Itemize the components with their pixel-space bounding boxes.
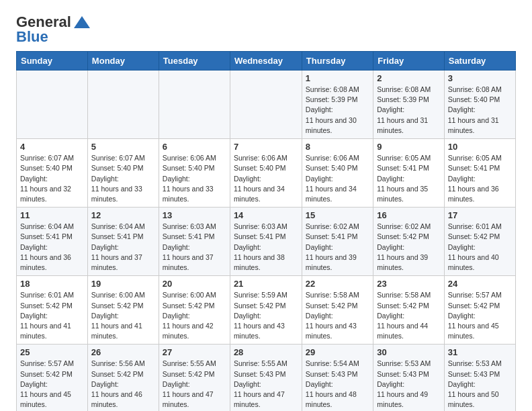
cell-content: Sunrise: 6:08 AMSunset: 5:39 PMDaylight:…	[377, 85, 441, 136]
calendar-cell: 19Sunrise: 6:00 AMSunset: 5:42 PMDayligh…	[87, 276, 159, 345]
week-row-5: 25Sunrise: 5:57 AMSunset: 5:42 PMDayligh…	[17, 345, 516, 411]
day-number: 20	[163, 279, 226, 289]
day-number: 4	[20, 142, 84, 152]
cell-content: Sunrise: 6:07 AMSunset: 5:40 PMDaylight:…	[91, 153, 155, 204]
day-number: 5	[91, 142, 155, 152]
cell-content: Sunrise: 5:53 AMSunset: 5:43 PMDaylight:…	[448, 359, 512, 410]
calendar-cell: 16Sunrise: 6:02 AMSunset: 5:42 PMDayligh…	[373, 208, 445, 276]
day-number: 6	[163, 142, 226, 152]
day-number: 31	[448, 347, 512, 357]
cell-content: Sunrise: 6:06 AMSunset: 5:40 PMDaylight:…	[163, 153, 226, 204]
logo: General Blue	[16, 13, 91, 46]
day-number: 1	[306, 73, 369, 83]
cell-content: Sunrise: 5:57 AMSunset: 5:42 PMDaylight:…	[448, 290, 512, 341]
cell-content: Sunrise: 6:04 AMSunset: 5:41 PMDaylight:…	[91, 222, 155, 273]
cell-content: Sunrise: 6:05 AMSunset: 5:41 PMDaylight:…	[448, 153, 512, 204]
calendar-cell: 1Sunrise: 6:08 AMSunset: 5:39 PMDaylight…	[302, 71, 373, 139]
day-number: 11	[20, 210, 84, 220]
calendar-cell: 28Sunrise: 5:55 AMSunset: 5:43 PMDayligh…	[230, 345, 302, 411]
cell-content: Sunrise: 5:55 AMSunset: 5:42 PMDaylight:…	[163, 359, 226, 410]
day-number: 26	[91, 347, 155, 357]
calendar-cell: 18Sunrise: 6:01 AMSunset: 5:42 PMDayligh…	[17, 276, 88, 345]
day-number: 21	[234, 279, 298, 289]
calendar-cell	[230, 71, 302, 139]
day-number: 16	[377, 210, 441, 220]
day-number: 13	[163, 210, 226, 220]
cell-content: Sunrise: 5:58 AMSunset: 5:42 PMDaylight:…	[306, 290, 369, 341]
calendar-cell	[159, 71, 230, 139]
cell-content: Sunrise: 6:08 AMSunset: 5:40 PMDaylight:…	[448, 85, 512, 136]
cell-content: Sunrise: 6:02 AMSunset: 5:41 PMDaylight:…	[306, 222, 369, 273]
cell-content: Sunrise: 6:00 AMSunset: 5:42 PMDaylight:…	[163, 290, 226, 341]
calendar-cell: 17Sunrise: 6:01 AMSunset: 5:42 PMDayligh…	[444, 208, 515, 276]
cell-content: Sunrise: 6:05 AMSunset: 5:41 PMDaylight:…	[377, 153, 441, 204]
cell-content: Sunrise: 5:57 AMSunset: 5:42 PMDaylight:…	[20, 359, 84, 410]
logo-icon	[73, 15, 91, 30]
calendar-cell: 29Sunrise: 5:54 AMSunset: 5:43 PMDayligh…	[302, 345, 373, 411]
calendar-cell: 5Sunrise: 6:07 AMSunset: 5:40 PMDaylight…	[87, 139, 159, 208]
day-number: 30	[377, 347, 441, 357]
calendar-cell: 26Sunrise: 5:56 AMSunset: 5:42 PMDayligh…	[87, 345, 159, 411]
calendar-cell: 15Sunrise: 6:02 AMSunset: 5:41 PMDayligh…	[302, 208, 373, 276]
cell-content: Sunrise: 6:03 AMSunset: 5:41 PMDaylight:…	[234, 222, 298, 273]
cell-content: Sunrise: 5:53 AMSunset: 5:43 PMDaylight:…	[377, 359, 441, 410]
week-row-3: 11Sunrise: 6:04 AMSunset: 5:41 PMDayligh…	[17, 208, 516, 276]
day-number: 17	[448, 210, 512, 220]
cell-content: Sunrise: 5:59 AMSunset: 5:42 PMDaylight:…	[234, 290, 298, 341]
day-number: 15	[306, 210, 369, 220]
day-header-tuesday: Tuesday	[159, 52, 230, 71]
day-number: 27	[163, 347, 226, 357]
week-row-2: 4Sunrise: 6:07 AMSunset: 5:40 PMDaylight…	[17, 139, 516, 208]
calendar-cell: 14Sunrise: 6:03 AMSunset: 5:41 PMDayligh…	[230, 208, 302, 276]
calendar-cell: 13Sunrise: 6:03 AMSunset: 5:41 PMDayligh…	[159, 208, 230, 276]
calendar-cell: 25Sunrise: 5:57 AMSunset: 5:42 PMDayligh…	[17, 345, 88, 411]
cell-content: Sunrise: 6:07 AMSunset: 5:40 PMDaylight:…	[20, 153, 84, 204]
cell-content: Sunrise: 6:01 AMSunset: 5:42 PMDaylight:…	[448, 222, 512, 273]
day-header-friday: Friday	[373, 52, 445, 71]
header-row: SundayMondayTuesdayWednesdayThursdayFrid…	[17, 52, 516, 71]
cell-content: Sunrise: 6:02 AMSunset: 5:42 PMDaylight:…	[377, 222, 441, 273]
day-number: 23	[377, 279, 441, 289]
calendar-cell: 23Sunrise: 5:58 AMSunset: 5:42 PMDayligh…	[373, 276, 445, 345]
day-number: 7	[234, 142, 298, 152]
cell-content: Sunrise: 5:58 AMSunset: 5:42 PMDaylight:…	[377, 290, 441, 341]
calendar-cell	[87, 71, 159, 139]
cell-content: Sunrise: 6:08 AMSunset: 5:39 PMDaylight:…	[306, 85, 369, 136]
calendar-cell: 31Sunrise: 5:53 AMSunset: 5:43 PMDayligh…	[444, 345, 515, 411]
cell-content: Sunrise: 5:54 AMSunset: 5:43 PMDaylight:…	[306, 359, 369, 410]
cell-content: Sunrise: 6:03 AMSunset: 5:41 PMDaylight:…	[163, 222, 226, 273]
cell-content: Sunrise: 6:04 AMSunset: 5:41 PMDaylight:…	[20, 222, 84, 273]
calendar-table: SundayMondayTuesdayWednesdayThursdayFrid…	[16, 51, 516, 411]
day-header-sunday: Sunday	[17, 52, 88, 71]
day-number: 14	[234, 210, 298, 220]
calendar-cell: 2Sunrise: 6:08 AMSunset: 5:39 PMDaylight…	[373, 71, 445, 139]
day-number: 8	[306, 142, 369, 152]
day-header-monday: Monday	[87, 52, 159, 71]
calendar-cell: 10Sunrise: 6:05 AMSunset: 5:41 PMDayligh…	[444, 139, 515, 208]
calendar-cell: 27Sunrise: 5:55 AMSunset: 5:42 PMDayligh…	[159, 345, 230, 411]
day-number: 19	[91, 279, 155, 289]
day-number: 29	[306, 347, 369, 357]
day-number: 25	[20, 347, 84, 357]
calendar-cell: 12Sunrise: 6:04 AMSunset: 5:41 PMDayligh…	[87, 208, 159, 276]
svg-marker-0	[74, 16, 90, 28]
day-number: 3	[448, 73, 512, 83]
day-number: 12	[91, 210, 155, 220]
calendar-cell: 7Sunrise: 6:06 AMSunset: 5:40 PMDaylight…	[230, 139, 302, 208]
calendar-cell: 6Sunrise: 6:06 AMSunset: 5:40 PMDaylight…	[159, 139, 230, 208]
week-row-1: 1Sunrise: 6:08 AMSunset: 5:39 PMDaylight…	[17, 71, 516, 139]
logo-blue-text: Blue	[16, 28, 48, 46]
day-number: 28	[234, 347, 298, 357]
cell-content: Sunrise: 6:01 AMSunset: 5:42 PMDaylight:…	[20, 290, 84, 341]
cell-content: Sunrise: 5:56 AMSunset: 5:42 PMDaylight:…	[91, 359, 155, 410]
calendar-cell: 20Sunrise: 6:00 AMSunset: 5:42 PMDayligh…	[159, 276, 230, 345]
header: General Blue	[16, 13, 516, 46]
calendar-cell	[17, 71, 88, 139]
day-number: 2	[377, 73, 441, 83]
calendar-cell: 8Sunrise: 6:06 AMSunset: 5:40 PMDaylight…	[302, 139, 373, 208]
cell-content: Sunrise: 5:55 AMSunset: 5:43 PMDaylight:…	[234, 359, 298, 410]
day-header-saturday: Saturday	[444, 52, 515, 71]
day-header-thursday: Thursday	[302, 52, 373, 71]
calendar-cell: 3Sunrise: 6:08 AMSunset: 5:40 PMDaylight…	[444, 71, 515, 139]
calendar-cell: 24Sunrise: 5:57 AMSunset: 5:42 PMDayligh…	[444, 276, 515, 345]
